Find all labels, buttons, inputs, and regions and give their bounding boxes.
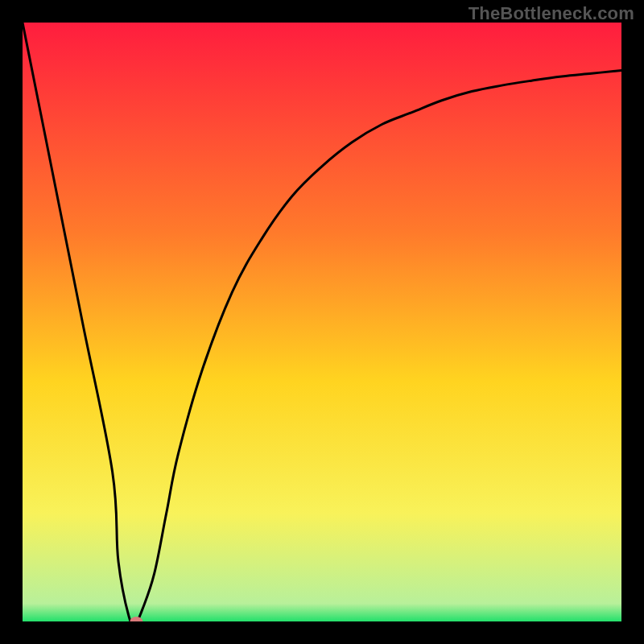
watermark-text: TheBottleneck.com: [469, 3, 634, 24]
plot-area: [23, 23, 621, 621]
plot-svg: [23, 23, 621, 621]
chart-frame: TheBottleneck.com: [0, 0, 644, 644]
gradient-background: [23, 23, 621, 621]
